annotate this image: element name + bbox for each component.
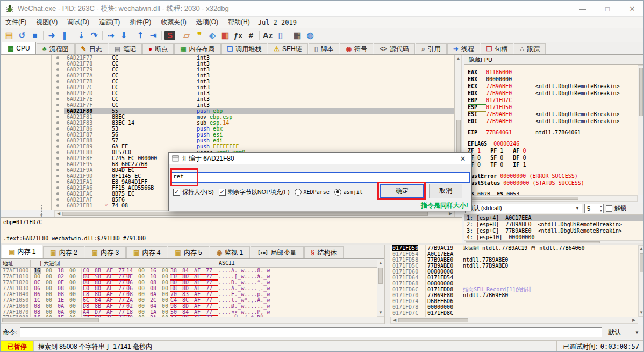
dump-row[interactable]: 77AF101000000200805BAF770E001000E08DAF77…	[1, 274, 377, 279]
stack-row[interactable]: 0171FD6C0171FDD8指向SEH_Record[1]的指针	[390, 286, 638, 292]
register-row[interactable]: EFLAGS 00000246	[468, 141, 519, 147]
scroll-right-icon[interactable]: ▶	[448, 212, 453, 216]
register-row[interactable]: EIP77B64061ntdll.77B64061	[468, 130, 581, 136]
scroll-up-icon[interactable]: ▲	[455, 56, 461, 61]
scroll-thumb[interactable]	[2, 318, 99, 322]
breakpoint-dot-icon[interactable]	[56, 92, 59, 95]
dump-row[interactable]: 77AF10200C000E00D08DAF7706000800B08DAF77…	[1, 279, 377, 285]
breakpoint-dot-icon[interactable]	[56, 175, 59, 177]
step-into-icon[interactable]: ⇣	[75, 30, 88, 41]
tab-断点[interactable]: ●断点	[142, 43, 174, 54]
breakpoint-dot-icon[interactable]	[56, 86, 59, 89]
cancel-button[interactable]: 取消	[429, 184, 462, 198]
tab-跟踪[interactable]: ∴跟踪	[514, 43, 546, 54]
disasm-row[interactable]: 6AD21F818BECmov ebp,esp	[1, 114, 455, 120]
scroll-thumb[interactable]	[398, 318, 468, 322]
register-row[interactable]: ESI77B9ABE0<ntdll.DbgUiRemoteBreakin>	[468, 111, 620, 118]
disasm-row[interactable]: 6AD21F8653push ebx	[1, 126, 455, 132]
tab-脚本[interactable]: ▯脚本	[309, 43, 340, 54]
xedparse-radio[interactable]: XEDParse	[295, 189, 330, 196]
disasm-row[interactable]: 6AD21F78CCint3	[1, 61, 455, 67]
register-row[interactable]: EBP0171FD7C	[468, 97, 535, 105]
registers-panel[interactable]: EAX01186000EBX00000000ECX77B9ABE0<ntdll.…	[464, 65, 644, 195]
maximize-button[interactable]: □	[595, 1, 620, 17]
stack-row[interactable]: 0171FD7077B69F80ntdll.77B69F80	[390, 292, 638, 298]
assembly-input[interactable]: ret	[171, 172, 470, 183]
tab-监视 1[interactable]: ◉监视 1	[210, 246, 251, 258]
scroll-thumb[interactable]	[378, 268, 383, 284]
disasm-row[interactable]: 6AD21F77CCint3	[1, 55, 455, 61]
register-row[interactable]: LastStatus 00000000 (STATUS_SUCCESS)	[468, 180, 584, 186]
minimize-button[interactable]: —	[570, 1, 595, 17]
register-row[interactable]: EDI77B9ABE0<ntdll.DbgUiRemoteBreakin>	[468, 118, 620, 125]
dump-row[interactable]: 77AF106008000A00D88BAF7702000400988DAF77…	[1, 303, 377, 309]
breakpoint-dot-icon[interactable]	[56, 74, 59, 77]
patch-icon[interactable]: ▱	[180, 30, 193, 41]
disasm-row[interactable]: 6AD21F7ACCint3	[1, 73, 455, 78]
case-icon[interactable]: Az	[261, 30, 274, 41]
stack-row[interactable]: 0171FD6000000000	[390, 269, 638, 275]
scroll-thumb[interactable]	[640, 253, 643, 272]
tab-局部变量[interactable]: [x=]局部变量	[251, 246, 303, 258]
tab-内存布局[interactable]: ▦内存布局	[174, 43, 220, 54]
menu-item[interactable]: 追踪(T)	[94, 17, 125, 28]
dump-row[interactable]: 77AF100016001800C08BAF77140016003884AF77…	[1, 268, 377, 274]
breakpoint-dot-icon[interactable]	[56, 104, 59, 106]
function-icon[interactable]: ƒx	[232, 30, 245, 41]
breakpoint-dot-icon[interactable]	[56, 198, 59, 201]
breakpoint-dot-icon[interactable]	[56, 121, 59, 124]
tab-笔记[interactable]: ▤笔记	[109, 43, 142, 54]
argument-row[interactable]: 2: [esp+8] 77B9ABE0 <ntdll.DbgUiRemoteBr…	[464, 221, 644, 228]
dump-row[interactable]: 77AF103006000800C08DAF7706000800B88DAF77…	[1, 285, 377, 291]
stack-vscrollbar[interactable]: ▲ ▼	[638, 245, 644, 317]
breakpoint-dot-icon[interactable]	[56, 62, 59, 65]
register-row[interactable]: EAX01186000	[468, 69, 535, 76]
tab-日志[interactable]: ✎日志	[75, 43, 108, 54]
scroll-left-icon[interactable]: ◀	[392, 318, 397, 322]
internet-icon[interactable]: ◍	[304, 30, 317, 41]
stack-row[interactable]: 0171FD7C0171FD8C	[390, 310, 638, 316]
scroll-thumb[interactable]	[456, 120, 461, 152]
disasm-row[interactable]: 6AD21F7CCCint3	[1, 84, 455, 90]
dump-row[interactable]: 77AF10501C001E006C84AF772A002C00C48CAF77…	[1, 297, 377, 303]
menu-item[interactable]: 调试(D)	[62, 17, 94, 28]
memory-dump-view[interactable]: 77AF100016001800C08BAF77140016003884AF77…	[1, 268, 377, 317]
stack-row[interactable]: 0171FD5877B9ABE0ntdll.77B9ABE0	[390, 257, 638, 263]
arguments-panel[interactable]: 1: [esp+4] A0C17EEA2: [esp+8] 77B9ABE0 <…	[464, 214, 644, 240]
stack-row[interactable]: 0171FD5C77B9ABE0ntdll.77B9ABE0	[390, 263, 638, 269]
tab-内存 5[interactable]: ▣内存 5	[168, 246, 209, 258]
stepper-arrows-icon[interactable]: ▲▼	[599, 204, 603, 213]
breakpoint-dot-icon[interactable]	[56, 151, 59, 154]
disasm-row[interactable]: 6AD21F7DCCint3	[1, 90, 455, 96]
menu-item[interactable]: 收藏夹(I)	[156, 17, 191, 28]
disasm-row[interactable]: 6AD21F896A FFpush FFFFFFFF	[1, 143, 455, 149]
scroll-left-icon[interactable]: ◀	[56, 212, 61, 216]
settings-icon[interactable]: S	[164, 31, 175, 40]
tab-源代码[interactable]: <>源代码	[374, 43, 415, 54]
dump-row[interactable]: 77AF104006000800C88DAF7708000A007083AF77…	[1, 291, 377, 297]
stack-hscrollbar[interactable]: ◀ ▶	[390, 317, 638, 324]
scroll-down-icon[interactable]: ▼	[377, 311, 384, 315]
tab-CPU[interactable]: ▦CPU	[2, 42, 36, 54]
arg-count-stepper[interactable]: 5 ▲▼	[584, 204, 604, 213]
asmjit-radio[interactable]: asmjit	[334, 189, 363, 196]
dock-vertical-splitter[interactable]	[384, 245, 390, 324]
scroll-thumb[interactable]	[466, 197, 578, 200]
dump-vscrollbar[interactable]: ▲ ▼	[377, 260, 384, 317]
close-button[interactable]: ✕	[620, 1, 644, 17]
disasm-row[interactable]: 6AD21F7BCCint3	[1, 78, 455, 84]
run-up-icon[interactable]: ⇡	[134, 30, 147, 41]
menu-item[interactable]: 插件(P)	[125, 17, 156, 28]
command-profile-select[interactable]: 默认 ▼	[605, 327, 642, 337]
stack-row[interactable]: 0171FD74D60FE6D6	[390, 298, 638, 304]
menu-item[interactable]: 选项(O)	[191, 17, 223, 28]
tab-内存 3[interactable]: ▣内存 3	[85, 246, 126, 258]
tab-内存 2[interactable]: ▣内存 2	[43, 246, 84, 258]
register-row[interactable]: ESP0171FD50	[468, 104, 535, 112]
disasm-row[interactable]: 6AD21F8857push edi	[1, 138, 455, 143]
breakpoint-dot-icon[interactable]	[56, 68, 59, 71]
breakpoint-dot-icon[interactable]	[56, 181, 59, 183]
hash-icon[interactable]: #	[245, 30, 257, 41]
stop-icon[interactable]: ■	[28, 30, 41, 41]
calling-convention-select[interactable]: 默认 (stdcall) ▼	[465, 204, 582, 213]
